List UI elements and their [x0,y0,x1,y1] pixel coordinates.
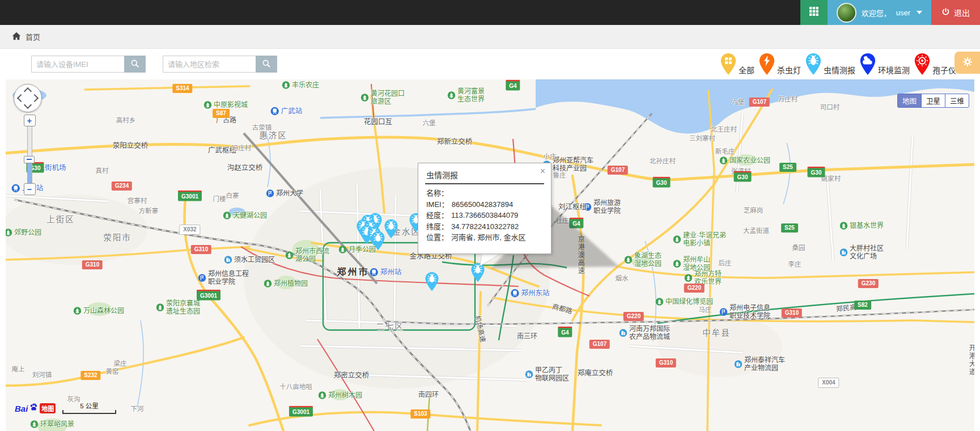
popup-title: 虫情测报 [418,163,551,183]
pan-up-icon[interactable] [24,87,32,95]
map-label: 上街区 [46,215,75,225]
road-badge: G3001 [289,406,313,417]
maptype-satellite-button[interactable]: 卫星 [921,94,945,108]
road-badge: G4 [558,327,572,337]
map-label: 杜庄 [556,217,569,225]
maptype-map-button[interactable]: 地图 [897,94,922,108]
map-label: 郑州大学 [266,189,303,198]
tree-icon [655,298,664,306]
filter-spore-meter[interactable]: 孢子仪 [914,53,956,75]
user-menu[interactable]: 欢迎您， user [828,0,931,25]
device-pin[interactable] [425,272,439,291]
map-label: 银基水世界 [839,222,884,230]
flag-icon [583,203,592,212]
zoom-in-button[interactable]: + [24,115,36,126]
filter-all[interactable]: 全部 [720,53,754,75]
region-search-button[interactable] [256,56,277,73]
maptype-3d-button[interactable]: 三维 [945,94,969,108]
imei-search-input[interactable] [31,56,124,73]
map-pan-control[interactable] [14,84,42,112]
map-label: 万庄村 [778,96,798,104]
map-label: 方靳寨 [139,208,159,216]
weather-pin-icon [859,53,876,75]
road-badge: S82 [854,301,871,310]
device-pin[interactable] [470,263,485,282]
road-badge: S232 [80,371,100,380]
device-pin[interactable] [371,231,385,251]
filter-label: 杀虫灯 [777,64,801,75]
map-label: 三刘寨村 [689,135,715,143]
popup-row-label: IMEI： [426,200,449,209]
road-badge: G30 [734,171,752,182]
road-badge: S103 [410,409,430,419]
zoom-slider-handle[interactable] [24,156,35,163]
road-badge: G230 [858,279,879,288]
breadcrumb-home-label[interactable]: 首页 [26,31,40,42]
road-badge: G107 [608,166,628,175]
road-badge: G310 [656,358,676,367]
popup-row-value: 113.7366503844079 [451,211,518,219]
map-zoom-control: + − [23,115,36,195]
tree-icon [223,212,231,220]
map-label: 刘河镇 [32,371,52,379]
map-label: 中牟县 [702,328,731,338]
map-canvas[interactable]: 丰乐农庄黄河花园口旅游区黄河富景生态世界中原影视城天健湖公园郑州市西流湖公园月季… [6,79,974,431]
map-label: 二七区 [376,322,404,332]
bldg-icon [734,360,743,369]
metro-icon [510,289,519,298]
map-label: 惠济区 [259,131,287,141]
map-scale: 5 公里 [62,401,116,414]
map-label: 中原影视城 [203,101,248,109]
map-label: 六堡 [423,120,436,128]
map-label: 甲乙丙丁物联网园区 [525,366,569,383]
map-label: 开港大道 [968,344,974,376]
road-badge: S87 [213,109,230,118]
filter-label: 孢子仪 [932,64,956,75]
settings-button[interactable] [954,52,980,74]
map-label: 马庄 [699,306,712,314]
map-label: 庵上 [12,366,25,374]
road-badge: G220 [623,312,644,321]
filter-env-monitor[interactable]: 环境监测 [859,53,910,75]
gear-icon [962,56,973,70]
map-label: 天健湖公园 [223,212,267,220]
map-label: 李庄 [788,261,801,269]
region-search-input[interactable] [163,56,256,73]
map-label: 商都路 [551,302,574,315]
map-label: 北王庄村 [711,126,737,134]
road-badge: G30 [808,167,825,178]
road-badge: X004 [818,378,839,388]
map-label: 南三环 [517,332,537,340]
zoom-slider-track[interactable] [27,126,32,183]
map-label: 北孙庄村 [650,158,676,166]
home-icon[interactable] [12,32,21,42]
map-overlays: 丰乐农庄黄河花园口旅游区黄河富景生态世界中原影视城天健湖公园郑州市西流湖公园月季… [6,79,974,431]
tree-icon [6,229,12,237]
map-label: 古荥镇 [252,124,272,132]
pan-left-icon[interactable] [17,94,25,102]
close-icon[interactable]: × [540,167,545,175]
pan-right-icon[interactable] [31,94,39,102]
map-label: 郑州电子信息职业技术学院 [719,304,770,320]
power-icon [941,7,950,18]
map-label: 冯庄村 [232,145,252,153]
tree-icon [318,391,326,400]
map-label: 郑州市西流湖公园 [285,247,329,264]
logout-label: 退出 [954,7,970,18]
map-label: 黄河富景生态世界 [447,87,485,104]
map-label: 郑州植物园 [264,280,308,288]
map-label: 荥阳立交桥 [113,142,149,150]
road-badge: G3001 [178,191,202,201]
map-label: 国家农业公园 [719,157,770,165]
apps-button[interactable] [800,0,828,25]
popup-row-label: 经度： [426,211,448,219]
device-pin[interactable] [384,219,398,239]
zoom-out-button[interactable]: − [24,183,36,195]
map-label: 丰乐农庄 [282,81,319,90]
imei-search-button[interactable] [124,56,146,73]
filter-pest-monitor[interactable]: 虫情测报 [805,53,855,75]
map-label: 荥阳京襄城遗址生态园 [156,299,200,316]
pan-down-icon[interactable] [24,101,32,109]
logout-button[interactable]: 退出 [931,0,980,25]
filter-insect-lamp[interactable]: 杀虫灯 [758,53,801,75]
